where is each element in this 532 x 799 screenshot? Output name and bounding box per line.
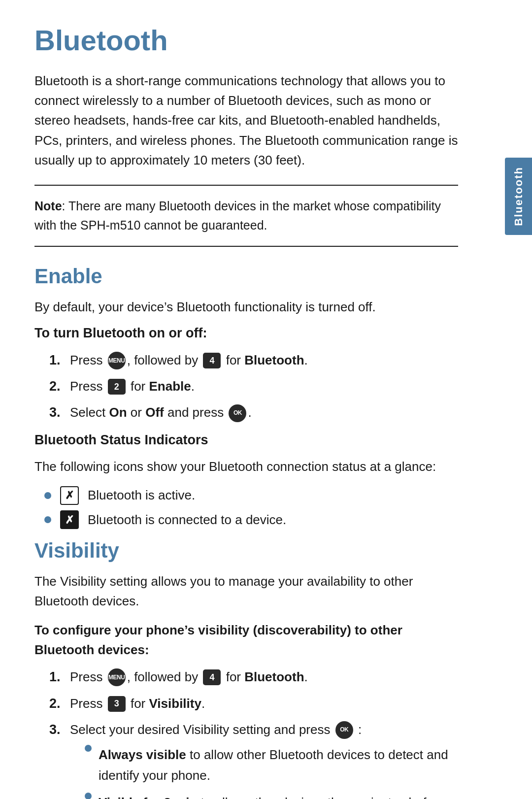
enable-section-title: Enable xyxy=(34,265,458,288)
vis-bullet-dot-2 xyxy=(85,793,92,799)
visible-3min-label: Visible for 3 min xyxy=(99,795,197,799)
bt-active-label: Bluetooth is active. xyxy=(88,485,195,506)
menu-btn-2: OK xyxy=(229,404,246,422)
step-1-content: Press MENU, followed by 4 for Bluetooth. xyxy=(70,350,308,371)
page-title: Bluetooth xyxy=(34,25,458,56)
note-text: Note: There are many Bluetooth devices i… xyxy=(34,197,458,235)
off-label: Off xyxy=(145,405,164,420)
step-3-content: Select On or Off and press OK. xyxy=(70,402,252,423)
vis-menu-btn-2: OK xyxy=(335,721,353,739)
page-container: Bluetooth Bluetooth is a short-range com… xyxy=(0,0,493,799)
vis-key-4-btn: 4 xyxy=(203,669,221,685)
vis-step-2: 2. Press 3 for Visibility. xyxy=(49,693,458,714)
vis-key-3-btn: 3 xyxy=(108,696,126,712)
vis-step-1-content: Press MENU, followed by 4 for Bluetooth. xyxy=(70,667,308,688)
vis-step-3: 3. Select your desired Visibility settin… xyxy=(49,719,458,799)
visibility-section-title: Visibility xyxy=(34,539,458,563)
vis-step-1: 1. Press MENU, followed by 4 for Bluetoo… xyxy=(49,666,458,688)
enable-step-3: 3. Select On or Off and press OK. xyxy=(49,402,458,423)
bt-status-intro: The following icons show your Bluetooth … xyxy=(34,457,458,476)
vis-step-3-content: Select your desired Visibility setting a… xyxy=(70,720,458,799)
visibility-intro-text: The Visibility setting allows you to man… xyxy=(34,571,458,611)
vis-sub-item-1-text: Always visible to allow other Bluetooth … xyxy=(99,745,458,786)
note-content: : There are many Bluetooth devices in th… xyxy=(34,199,441,232)
turn-bt-subsection-title: To turn Bluetooth on or off: xyxy=(34,326,458,341)
bt-connected-label: Bluetooth is connected to a device. xyxy=(88,510,286,531)
vis-step-1-bold: Bluetooth xyxy=(244,669,304,684)
enable-steps-list: 1. Press MENU, followed by 4 for Bluetoo… xyxy=(34,350,458,424)
bt-active-icon: ✗ xyxy=(60,486,79,505)
vis-menu-btn-1: MENU xyxy=(108,668,126,686)
bt-status-list: ✗ Bluetooth is active. ✗ Bluetooth is co… xyxy=(34,485,458,530)
step-2-bold: Enable xyxy=(149,379,191,394)
visibility-steps-list: 1. Press MENU, followed by 4 for Bluetoo… xyxy=(34,666,458,799)
side-tab: Bluetooth xyxy=(505,158,532,235)
enable-intro-text: By default, your device’s Bluetooth func… xyxy=(34,297,458,317)
vis-sub-item-1: Always visible to allow other Bluetooth … xyxy=(85,745,458,786)
configure-bold-text: To configure your phone’s visibility (di… xyxy=(34,620,458,660)
step-number-2: 2. xyxy=(49,376,64,397)
step-2-content: Press 2 for Enable. xyxy=(70,376,195,397)
side-tab-label: Bluetooth xyxy=(512,166,525,226)
always-visible-label: Always visible xyxy=(99,747,186,762)
note-bold-label: Note xyxy=(34,199,62,213)
bullet-dot-1 xyxy=(44,492,51,499)
step-1-bold: Bluetooth xyxy=(244,353,304,367)
vis-sub-item-2: Visible for 3 min to allow other devices… xyxy=(85,793,458,799)
menu-btn-1: MENU xyxy=(108,352,126,369)
step-number-3: 3. xyxy=(49,402,64,423)
vis-sub-list: Always visible to allow other Bluetooth … xyxy=(70,745,458,799)
vis-sub-item-2-text: Visible for 3 min to allow other devices… xyxy=(99,793,458,799)
vis-step-2-bold: Visibility xyxy=(149,696,201,711)
enable-step-1: 1. Press MENU, followed by 4 for Bluetoo… xyxy=(49,350,458,371)
vis-bullet-dot-1 xyxy=(85,745,92,752)
enable-step-2: 2. Press 2 for Enable. xyxy=(49,376,458,397)
bullet-dot-2 xyxy=(44,516,51,523)
key-2-btn: 2 xyxy=(108,379,126,395)
bt-status-title: Bluetooth Status Indicators xyxy=(34,433,458,448)
vis-step-number-1: 1. xyxy=(49,666,64,688)
vis-step-number-3: 3. xyxy=(49,719,64,740)
key-4-btn-1: 4 xyxy=(203,353,221,368)
bt-connected-icon: ✗ xyxy=(60,510,79,529)
vis-step-number-2: 2. xyxy=(49,693,64,714)
note-box: Note: There are many Bluetooth devices i… xyxy=(34,185,458,247)
bt-status-item-1: ✗ Bluetooth is active. xyxy=(44,485,458,506)
vis-step-2-content: Press 3 for Visibility. xyxy=(70,694,205,714)
intro-paragraph: Bluetooth is a short-range communication… xyxy=(34,71,458,170)
step-number-1: 1. xyxy=(49,350,64,371)
on-label: On xyxy=(109,405,127,420)
bt-status-item-2: ✗ Bluetooth is connected to a device. xyxy=(44,510,458,531)
